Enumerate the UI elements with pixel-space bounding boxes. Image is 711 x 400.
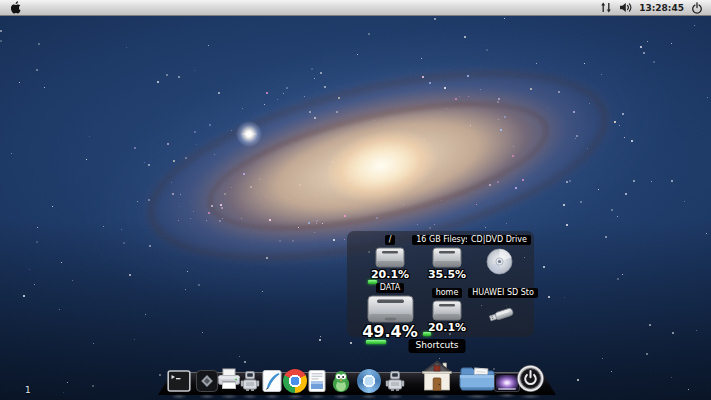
drive-cddvd-label: CD|DVD Drive xyxy=(467,235,531,245)
power-button-icon[interactable] xyxy=(516,364,545,393)
chromium-icon[interactable] xyxy=(357,369,381,393)
hard-drive-icon xyxy=(432,300,462,321)
google-chrome-icon[interactable] xyxy=(283,369,307,393)
documents-folder-icon[interactable] xyxy=(459,362,496,393)
drive-root-label: / xyxy=(385,235,396,245)
hard-drive-icon xyxy=(432,247,462,268)
desktop-wallpaper xyxy=(0,0,711,400)
terminal-icon[interactable] xyxy=(167,369,191,393)
drive-home-label: home xyxy=(432,288,463,298)
drive-data-label: DATA xyxy=(376,283,405,293)
robot-utility-2-icon[interactable] xyxy=(383,369,407,393)
libreoffice-writer-icon[interactable] xyxy=(305,369,329,393)
robot-utility-icon[interactable] xyxy=(238,369,262,393)
menubar: 13:28:45 xyxy=(0,0,711,16)
drives-panel: / 20.1% 16 GB Filesyste 35.5% CD|DVD Dri… xyxy=(347,231,534,337)
bright-star xyxy=(236,121,262,147)
shortcuts-home-icon[interactable] xyxy=(420,359,454,393)
workspace-indicator: 1 xyxy=(25,385,31,395)
drive-cddvd[interactable]: CD|DVD Drive xyxy=(473,235,525,275)
hard-drive-large-icon xyxy=(367,295,414,323)
drive-home-usage: 20.1% xyxy=(428,321,466,334)
usage-bar xyxy=(366,340,386,344)
drive-home[interactable]: home 20.1% xyxy=(421,288,473,334)
green-bird-icon[interactable] xyxy=(329,369,353,393)
usb-stick-icon xyxy=(486,303,520,325)
text-editor-icon[interactable] xyxy=(260,369,284,393)
volume-icon[interactable] xyxy=(619,2,632,13)
menubar-clock[interactable]: 13:28:45 xyxy=(639,3,684,13)
drive-huawei-sd[interactable]: HUAWEI SD Sto xyxy=(475,288,531,325)
dock-tooltip: Shortcuts xyxy=(408,339,465,353)
drive-root-usage: 20.1% xyxy=(371,268,409,281)
usage-bar xyxy=(423,332,431,336)
apple-menu-icon[interactable] xyxy=(10,1,21,14)
hard-drive-icon xyxy=(375,247,405,268)
drive-huawei-sd-label: HUAWEI SD Sto xyxy=(468,288,538,298)
network-traffic-icon[interactable] xyxy=(600,2,612,13)
drive-data-usage: 49.4% xyxy=(362,323,418,340)
optical-disc-icon xyxy=(486,248,513,275)
drive-root[interactable]: / 20.1% xyxy=(365,235,415,281)
drive-16gb-usage: 35.5% xyxy=(428,268,466,281)
drive-data[interactable]: DATA 49.4% xyxy=(361,283,419,340)
power-menu-icon[interactable] xyxy=(691,2,703,14)
galaxy-sparkles xyxy=(0,0,711,400)
